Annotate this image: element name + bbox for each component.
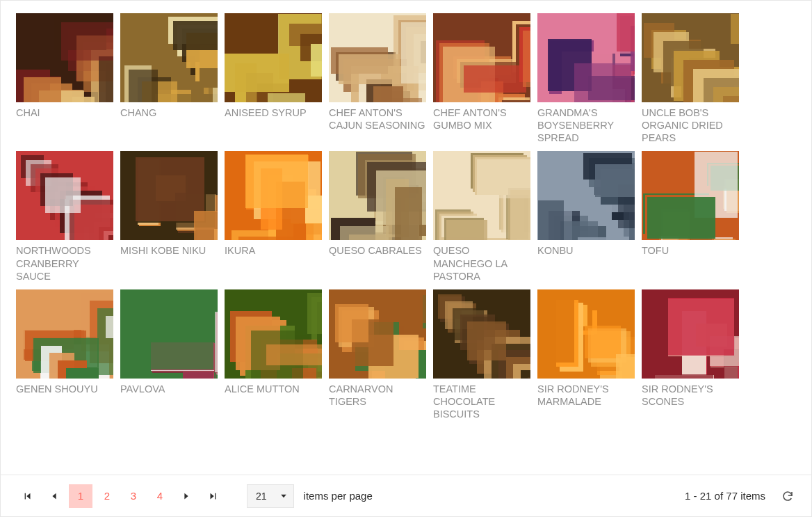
product-card[interactable]: CHEF ANTON'S CAJUN SEASONING <box>329 13 426 132</box>
svg-rect-379 <box>616 354 635 379</box>
svg-rect-244 <box>578 237 624 240</box>
svg-rect-360 <box>467 321 506 360</box>
product-thumbnail <box>16 289 113 379</box>
product-thumbnail <box>537 13 635 102</box>
product-card[interactable]: CHEF ANTON'S GUMBO MIX <box>433 13 530 132</box>
page-number-4[interactable]: 4 <box>148 484 172 508</box>
product-card[interactable]: GENEN SHOUYU <box>16 289 113 395</box>
product-thumbnail <box>225 289 322 379</box>
product-card[interactable]: QUESO CABRALES <box>329 151 426 257</box>
product-card[interactable]: MISHI KOBE NIKU <box>120 151 218 257</box>
product-thumbnail <box>16 151 113 240</box>
product-thumbnail <box>433 289 530 379</box>
pager: 1234 21 items per page 1 - 21 of 77 item… <box>1 475 811 516</box>
svg-rect-56 <box>225 54 289 92</box>
svg-rect-321 <box>307 293 322 334</box>
svg-rect-123 <box>731 14 739 44</box>
svg-rect-189 <box>245 154 308 208</box>
product-card[interactable]: QUESO MANCHEGO LA PASTORA <box>433 151 530 282</box>
product-card[interactable]: SIR RODNEY'S SCONES <box>642 289 739 408</box>
refresh-button[interactable] <box>779 488 796 504</box>
chevron-down-icon <box>279 492 288 500</box>
product-name: GRANDMA'S BOYSENBERRY SPREAD <box>537 106 635 144</box>
product-card[interactable]: IKURA <box>225 151 322 257</box>
product-thumbnail <box>329 151 426 240</box>
svg-rect-74 <box>339 54 400 84</box>
product-name: NORTHWOODS CRANBERRY SAUCE <box>16 244 113 282</box>
product-name: PAVLOVA <box>120 383 218 395</box>
product-thumbnail <box>225 151 322 240</box>
product-card[interactable]: GRANDMA'S BOYSENBERRY SPREAD <box>537 13 635 144</box>
product-thumbnail <box>16 13 113 102</box>
page-size-select[interactable]: 21 <box>247 484 294 508</box>
svg-rect-73 <box>401 22 426 83</box>
product-name: CHEF ANTON'S GUMBO MIX <box>433 106 530 132</box>
product-thumbnail <box>537 289 635 379</box>
product-thumbnail <box>433 13 530 102</box>
product-grid: CHAICHANGANISEED SYRUPCHEF ANTON'S CAJUN… <box>16 13 804 420</box>
svg-rect-93 <box>464 65 526 93</box>
svg-rect-37 <box>173 21 218 50</box>
svg-rect-265 <box>647 197 715 239</box>
product-card[interactable]: ANISEED SYRUP <box>225 13 322 119</box>
product-thumbnail <box>329 13 426 102</box>
page-prev-button[interactable] <box>42 484 66 508</box>
product-card[interactable]: CARNARVON TIGERS <box>329 289 426 408</box>
page-next-button[interactable] <box>174 484 198 508</box>
product-name: CHANG <box>120 106 218 119</box>
product-name: CARNARVON TIGERS <box>329 383 426 408</box>
product-card[interactable]: PAVLOVA <box>120 289 218 395</box>
product-thumbnail <box>433 151 530 240</box>
svg-rect-341 <box>416 378 426 379</box>
product-name: QUESO CABRALES <box>329 244 426 257</box>
svg-rect-377 <box>553 297 574 363</box>
svg-rect-335 <box>419 292 426 323</box>
svg-rect-208 <box>395 187 422 240</box>
svg-rect-92 <box>502 100 530 102</box>
product-card[interactable]: ALICE MUTTON <box>225 289 322 395</box>
product-name: TEATIME CHOCOLATE BISCUITS <box>433 383 530 420</box>
product-card[interactable]: CHANG <box>120 13 218 119</box>
page-number-2[interactable]: 2 <box>95 484 119 508</box>
product-name: QUESO MANCHEGO LA PASTORA <box>433 244 530 282</box>
page-number-3[interactable]: 3 <box>122 484 145 508</box>
product-card[interactable]: SIR RODNEY'S MARMALADE <box>537 289 635 408</box>
product-name: KONBU <box>537 244 635 257</box>
product-name: TOFU <box>642 244 739 257</box>
svg-rect-51 <box>268 93 305 102</box>
product-card[interactable]: TOFU <box>642 151 739 257</box>
product-card[interactable]: KONBU <box>537 151 635 257</box>
svg-rect-151 <box>45 177 81 213</box>
product-card[interactable]: NORTHWOODS CRANBERRY SAUCE <box>16 151 113 282</box>
product-name: CHEF ANTON'S CAJUN SEASONING <box>329 106 426 132</box>
svg-rect-277 <box>106 316 113 338</box>
product-name: GENEN SHOUYU <box>16 383 113 395</box>
page-last-button[interactable] <box>201 484 225 508</box>
product-card[interactable]: CHAI <box>16 13 113 119</box>
product-card[interactable]: UNCLE BOB'S ORGANIC DRIED PEARS <box>642 13 739 144</box>
product-thumbnail <box>225 13 322 102</box>
svg-rect-75 <box>373 86 403 102</box>
product-name: MISHI KOBE NIKU <box>120 244 218 257</box>
pager-info: 1 - 21 of 77 items <box>685 490 765 502</box>
svg-rect-227 <box>446 220 487 240</box>
svg-rect-396 <box>654 374 713 379</box>
page-size-label: items per page <box>304 490 373 502</box>
product-name: IKURA <box>225 244 322 257</box>
svg-rect-94 <box>523 31 530 87</box>
list-scroll-area[interactable]: CHAICHANGANISEED SYRUPCHEF ANTON'S CAJUN… <box>1 1 811 475</box>
svg-rect-16 <box>99 56 113 102</box>
product-name: CHAI <box>16 106 113 119</box>
product-thumbnail <box>642 289 739 379</box>
svg-rect-226 <box>510 190 530 240</box>
page-first-button[interactable] <box>16 484 40 508</box>
svg-rect-242 <box>560 221 598 240</box>
svg-rect-378 <box>585 326 621 358</box>
page-number-1[interactable]: 1 <box>69 484 92 508</box>
svg-rect-284 <box>66 368 99 379</box>
product-card[interactable]: TEATIME CHOCOLATE BISCUITS <box>433 289 530 420</box>
product-name: ANISEED SYRUP <box>225 106 322 119</box>
product-thumbnail <box>120 289 218 379</box>
svg-rect-398 <box>668 298 734 356</box>
svg-rect-33 <box>129 70 158 102</box>
